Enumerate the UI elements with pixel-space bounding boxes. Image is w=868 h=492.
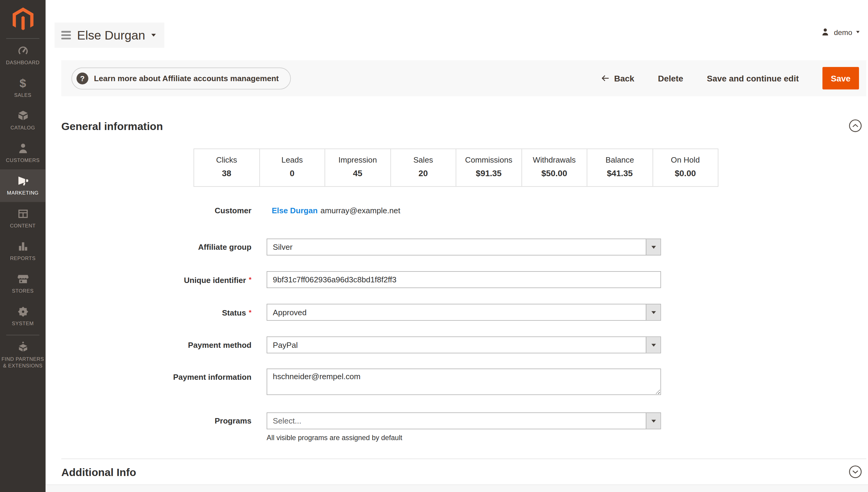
help-icon: ? xyxy=(77,72,88,84)
section-divider xyxy=(61,459,866,459)
select-dropdown-button[interactable] xyxy=(646,337,660,353)
stat-balance: Balance $41.35 xyxy=(587,149,653,186)
customer-value: Else Durganamurray@example.net xyxy=(272,206,400,216)
back-button[interactable]: Back xyxy=(601,73,634,83)
sidebar-item-label: CATALOG xyxy=(10,124,35,131)
magento-admin-page: DASHBOARD $ SALES CATALOG CUSTOMERS MARK… xyxy=(0,0,868,492)
sidebar-item-label: SALES xyxy=(14,92,31,99)
payment-information-textarea[interactable]: hschneider@rempel.com xyxy=(266,369,661,395)
find-partners-icon xyxy=(17,341,29,353)
unique-identifier-row: Unique identifier* xyxy=(101,271,661,288)
magento-logo[interactable] xyxy=(0,0,46,38)
stat-withdrawals: Withdrawals $50.00 xyxy=(522,149,587,186)
sidebar-item-find-partners[interactable]: FIND PARTNERS& EXTENSIONS xyxy=(0,336,46,375)
sidebar-item-label: REPORTS xyxy=(10,255,35,262)
select-dropdown-button[interactable] xyxy=(646,304,660,320)
page-title: Else Durgan xyxy=(77,28,145,42)
user-icon xyxy=(821,27,830,36)
affiliate-group-select[interactable]: Silver xyxy=(266,239,661,255)
status-label: Status* xyxy=(101,304,252,317)
stat-leads: Leads 0 xyxy=(260,149,325,186)
sidebar-item-label: CUSTOMERS xyxy=(6,157,40,164)
learn-more-button[interactable]: ? Learn more about Affiliate accounts ma… xyxy=(72,67,291,89)
stat-on-hold: On Hold $0.00 xyxy=(653,149,718,186)
required-asterisk: * xyxy=(249,276,252,284)
payment-method-label: Payment method xyxy=(101,336,252,349)
chevron-up-circle-icon xyxy=(849,119,862,132)
hamburger-icon xyxy=(61,31,71,40)
programs-label: Programs xyxy=(101,412,252,425)
chevron-down-circle-icon xyxy=(849,465,862,478)
chevron-down-icon xyxy=(151,34,156,36)
sales-icon: $ xyxy=(17,77,29,89)
payment-information-row: Payment information hschneider@rempel.co… xyxy=(101,369,661,397)
toolbar-actions: Back Delete Save and continue edit Save xyxy=(601,67,866,90)
unique-identifier-input[interactable] xyxy=(266,271,661,288)
reports-icon xyxy=(17,240,29,252)
sidebar-item-label: DASHBOARD xyxy=(6,59,40,66)
page-title-menu[interactable]: Else Durgan xyxy=(55,23,164,48)
required-asterisk: * xyxy=(249,308,252,316)
main-content: Else Durgan demo ? Learn more about Affi… xyxy=(46,0,868,492)
programs-select[interactable]: Select... xyxy=(266,412,661,429)
affiliate-group-label: Affiliate group xyxy=(101,239,252,252)
action-bar: ? Learn more about Affiliate accounts ma… xyxy=(61,60,866,96)
content-icon xyxy=(17,207,29,220)
sidebar: DASHBOARD $ SALES CATALOG CUSTOMERS MARK… xyxy=(0,0,46,492)
sidebar-item-dashboard[interactable]: DASHBOARD xyxy=(0,39,46,72)
chevron-down-icon xyxy=(651,311,656,314)
sidebar-item-customers[interactable]: CUSTOMERS xyxy=(0,137,46,169)
stat-sales: Sales 20 xyxy=(390,149,456,186)
stat-impression: Impression 45 xyxy=(325,149,390,186)
sidebar-item-label: STORES xyxy=(12,288,33,294)
payment-method-select[interactable]: PayPal xyxy=(266,336,661,353)
sidebar-item-reports[interactable]: REPORTS xyxy=(0,235,46,267)
unique-identifier-label: Unique identifier* xyxy=(101,271,252,285)
sidebar-item-label: CONTENT xyxy=(10,222,35,229)
username: demo xyxy=(834,28,852,36)
additional-info-heading: Additional Info xyxy=(61,466,136,479)
collapse-general-button[interactable] xyxy=(849,119,862,132)
expand-additional-info-button[interactable] xyxy=(849,465,862,478)
catalog-icon xyxy=(17,110,29,122)
general-information-heading: General information xyxy=(61,120,163,133)
status-select[interactable]: Approved xyxy=(266,304,661,321)
sidebar-item-content[interactable]: CONTENT xyxy=(0,202,46,235)
customer-link[interactable]: Else Durgan xyxy=(272,206,317,215)
save-button[interactable]: Save xyxy=(822,67,859,90)
programs-note: All visible programs are assigned by def… xyxy=(266,434,402,442)
sidebar-item-label: MARKETING xyxy=(7,190,39,196)
customer-label: Customer xyxy=(101,206,252,215)
status-row: Status* Approved xyxy=(101,304,661,321)
payment-method-row: Payment method PayPal xyxy=(101,336,661,353)
sidebar-item-catalog[interactable]: CATALOG xyxy=(0,104,46,137)
chevron-down-icon xyxy=(651,420,656,422)
marketing-icon xyxy=(17,175,29,187)
payment-information-label: Payment information xyxy=(101,369,252,382)
chevron-down-icon xyxy=(651,344,656,346)
stat-clicks: Clicks 38 xyxy=(194,149,259,186)
programs-row: Programs Select... xyxy=(101,412,661,429)
sidebar-item-stores[interactable]: STORES xyxy=(0,267,46,300)
sidebar-item-system[interactable]: SYSTEM xyxy=(0,300,46,333)
stores-icon xyxy=(17,273,29,285)
sidebar-item-label: SYSTEM xyxy=(12,320,33,327)
sidebar-item-sales[interactable]: $ SALES xyxy=(0,72,46,104)
learn-more-label: Learn more about Affiliate accounts mana… xyxy=(94,74,279,83)
footer-strip xyxy=(46,485,868,492)
sidebar-item-label: FIND PARTNERS& EXTENSIONS xyxy=(1,355,44,369)
sidebar-item-marketing[interactable]: MARKETING xyxy=(0,169,46,202)
magento-logo-icon xyxy=(10,7,35,31)
back-arrow-icon xyxy=(601,74,610,83)
select-dropdown-button[interactable] xyxy=(646,413,660,429)
dashboard-icon xyxy=(17,44,29,57)
delete-button[interactable]: Delete xyxy=(658,73,683,83)
admin-user-menu[interactable]: demo xyxy=(821,26,860,38)
save-and-continue-button[interactable]: Save and continue edit xyxy=(707,73,799,83)
customer-email: amurray@example.net xyxy=(321,206,401,215)
customers-icon xyxy=(17,142,29,155)
select-dropdown-button[interactable] xyxy=(646,239,660,255)
affiliate-stats-table: Clicks 38 Leads 0 Impression 45 Sales 20… xyxy=(194,148,718,187)
stat-commissions: Commissions $91.35 xyxy=(456,149,522,186)
system-icon xyxy=(17,305,29,318)
